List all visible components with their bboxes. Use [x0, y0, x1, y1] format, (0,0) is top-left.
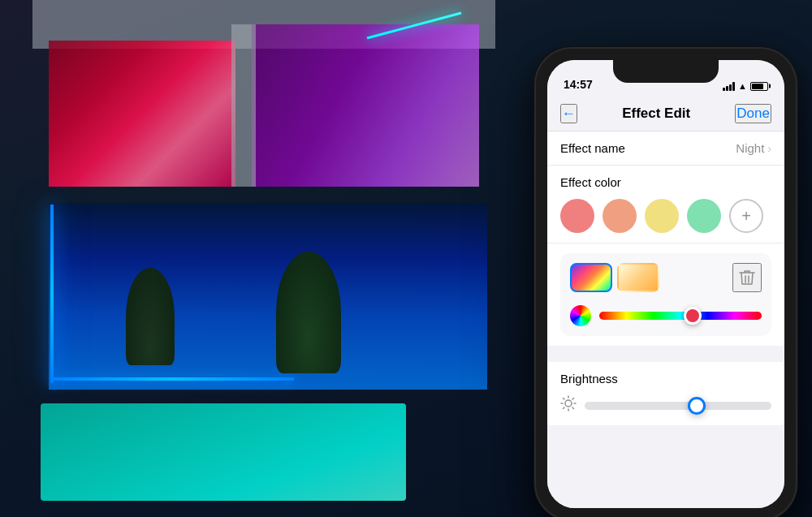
color-swatch-yellow[interactable] — [645, 199, 679, 233]
color-slider-track[interactable] — [599, 312, 762, 320]
lower-interior — [49, 203, 487, 390]
upper-left-window — [49, 41, 235, 187]
phone-notch — [613, 60, 719, 83]
effect-name-chevron: › — [767, 142, 771, 155]
wifi-icon: ▲ — [738, 81, 747, 91]
section-divider — [547, 346, 784, 362]
svg-line-7 — [572, 399, 574, 400]
sun-icon — [560, 395, 577, 416]
done-button[interactable]: Done — [735, 104, 771, 123]
back-button[interactable]: ← — [560, 104, 577, 123]
color-swatch-mint[interactable] — [687, 199, 721, 233]
color-swatch-salmon[interactable] — [603, 199, 637, 233]
status-icons: ▲ — [723, 81, 768, 91]
effect-name-row[interactable]: Effect name Night › — [547, 131, 784, 166]
effect-name-label: Effect name — [560, 141, 625, 155]
add-color-button[interactable]: + — [729, 199, 763, 233]
phone: 14:57 ▲ ← Effect Edit Done — [536, 49, 796, 517]
wall-divider — [231, 24, 256, 187]
effect-thumbnails — [570, 263, 659, 292]
pool — [41, 403, 406, 501]
plant-right — [276, 252, 341, 373]
effect-color-label: Effect color — [560, 175, 771, 189]
brightness-label: Brightness — [560, 372, 771, 386]
thumb-warm[interactable] — [617, 263, 659, 292]
thumb-rainbow[interactable] — [570, 263, 612, 292]
delete-button[interactable] — [732, 263, 762, 292]
svg-line-8 — [564, 407, 565, 409]
phone-screen: 14:57 ▲ ← Effect Edit Done — [547, 60, 784, 508]
effect-card-inner — [560, 253, 771, 336]
effect-card — [547, 243, 784, 346]
nav-title: Effect Edit — [622, 106, 690, 122]
content-area: Effect name Night › Effect color + — [547, 131, 784, 508]
blue-led-strip-left — [50, 205, 54, 383]
effect-color-section: Effect color + — [547, 166, 784, 243]
battery-icon — [750, 82, 768, 91]
color-wheel-icon — [570, 305, 591, 326]
nav-bar: ← Effect Edit Done — [547, 96, 784, 131]
brightness-slider-thumb[interactable] — [688, 397, 706, 415]
effect-name-value: Night › — [736, 141, 771, 155]
status-time: 14:57 — [564, 78, 593, 91]
brightness-slider-track[interactable] — [585, 402, 771, 410]
trash-icon — [739, 269, 755, 287]
color-swatches: + — [560, 199, 771, 233]
svg-line-6 — [572, 407, 574, 409]
blue-led-strip-bottom — [50, 377, 294, 381]
color-swatch-pink[interactable] — [560, 199, 594, 233]
color-slider-row — [570, 305, 762, 326]
plant-left — [126, 268, 175, 365]
brightness-slider-row — [560, 395, 771, 416]
svg-point-0 — [565, 400, 572, 407]
brightness-section: Brightness — [547, 362, 784, 425]
color-slider-thumb[interactable] — [684, 307, 702, 325]
svg-line-5 — [564, 399, 565, 400]
signal-icon — [723, 82, 735, 91]
upper-right-window — [252, 24, 479, 187]
effect-card-top — [570, 263, 762, 292]
